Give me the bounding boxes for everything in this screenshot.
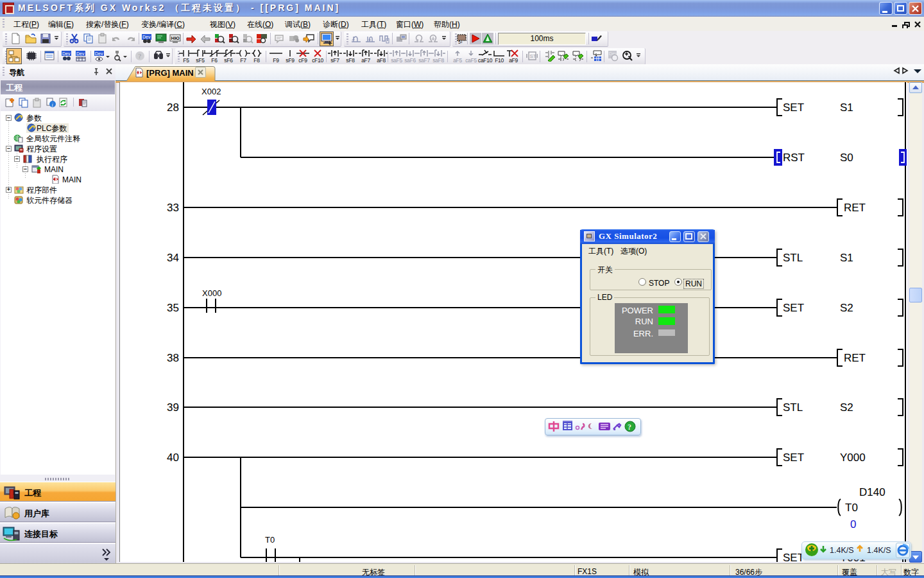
svg-text:39: 39	[167, 401, 179, 414]
svg-text:S1: S1	[840, 252, 853, 264]
svg-text:STL: STL	[783, 252, 803, 264]
svg-text:X000: X000	[202, 288, 221, 298]
svg-text:40: 40	[167, 451, 179, 464]
svg-text:T0: T0	[265, 535, 275, 545]
svg-text:S0: S0	[840, 152, 853, 164]
svg-text:Dev: Dev	[76, 51, 85, 56]
svg-text:34: 34	[167, 252, 179, 264]
svg-text:S2: S2	[840, 302, 853, 314]
svg-text:Dev: Dev	[62, 51, 71, 56]
svg-text:Dev: Dev	[95, 51, 103, 56]
svg-text:?: ?	[138, 52, 142, 60]
svg-text:HЮ: HЮ	[171, 35, 180, 41]
svg-text:SET: SET	[783, 302, 804, 314]
svg-text:S2: S2	[840, 401, 853, 414]
svg-text:?: ?	[628, 423, 631, 432]
svg-text:33: 33	[167, 202, 179, 214]
svg-text:Dev: Dev	[142, 35, 151, 39]
svg-text:RST: RST	[783, 152, 805, 164]
svg-text:0: 0	[850, 518, 856, 530]
svg-text:Y000: Y000	[840, 451, 866, 464]
svg-text:38: 38	[167, 352, 179, 364]
svg-text:35: 35	[167, 302, 179, 314]
svg-text:X002: X002	[201, 87, 221, 96]
svg-text:1.4K/S: 1.4K/S	[830, 546, 854, 555]
svg-text:RET: RET	[844, 202, 866, 214]
svg-text:5²: 5²	[458, 40, 463, 44]
svg-text:T0: T0	[845, 502, 858, 514]
svg-text:ST: ST	[530, 53, 536, 59]
svg-text:STL: STL	[783, 401, 803, 414]
svg-text:S1: S1	[840, 101, 853, 114]
svg-text:RET: RET	[844, 352, 866, 364]
svg-text:D140: D140	[859, 486, 886, 498]
svg-text:28: 28	[167, 101, 179, 114]
svg-text:SET: SET	[783, 451, 804, 464]
svg-text:i: i	[52, 102, 53, 108]
svg-text:SET: SET	[783, 101, 804, 114]
svg-text:1.4K/S: 1.4K/S	[867, 546, 891, 555]
